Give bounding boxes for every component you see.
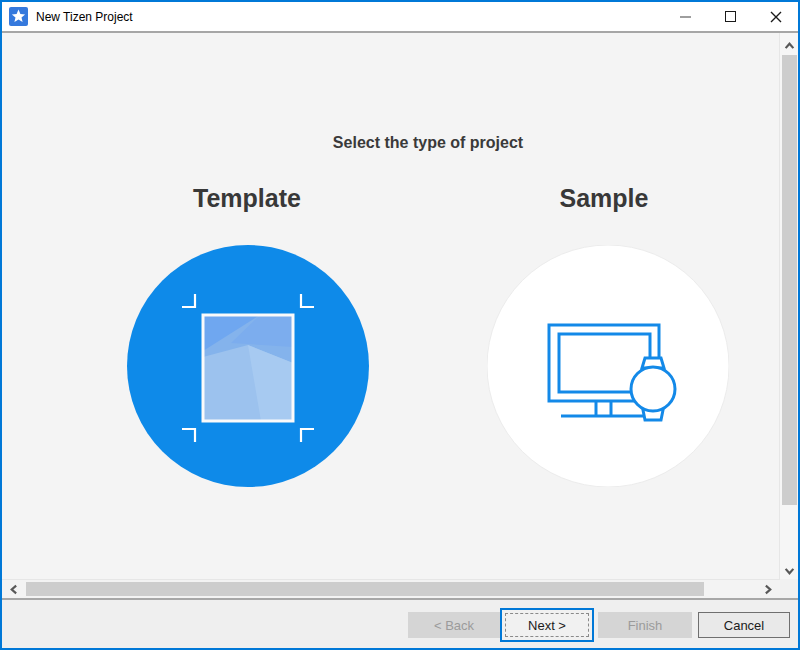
back-button[interactable]: < Back — [408, 612, 500, 638]
minimize-button[interactable] — [663, 2, 708, 31]
scrollbar-corner — [780, 579, 798, 598]
wizard-heading: Select the type of project — [333, 134, 523, 152]
maximize-icon — [725, 11, 736, 22]
next-button[interactable]: Next > — [502, 610, 592, 640]
sample-label: Sample — [560, 184, 649, 213]
monitor-and-watch-icon — [487, 245, 729, 487]
scroll-up-icon[interactable] — [784, 41, 795, 52]
next-button-focus-ring: Next > — [500, 608, 594, 642]
minimize-icon — [680, 16, 691, 18]
close-icon — [769, 10, 783, 24]
wizard-page: Select the type of project Template Samp… — [2, 33, 798, 579]
template-label: Template — [193, 184, 301, 213]
tizen-logo-icon — [9, 7, 28, 26]
finish-button[interactable]: Finish — [598, 612, 692, 638]
vertical-scrollbar-thumb[interactable] — [782, 55, 797, 505]
sample-option[interactable] — [487, 245, 729, 487]
cancel-button[interactable]: Cancel — [698, 612, 790, 638]
scroll-down-icon[interactable] — [784, 565, 795, 576]
horizontal-scrollbar[interactable] — [2, 579, 780, 598]
horizontal-scrollbar-thumb[interactable] — [26, 582, 704, 596]
titlebar[interactable]: New Tizen Project — [2, 2, 798, 33]
scroll-right-icon[interactable] — [762, 584, 773, 595]
vertical-scrollbar[interactable] — [779, 33, 798, 579]
template-option[interactable] — [127, 245, 369, 487]
template-blueprint-icon — [127, 245, 369, 487]
new-tizen-project-window: New Tizen Project Select the type of pro… — [0, 0, 800, 650]
maximize-button[interactable] — [708, 2, 753, 31]
window-title: New Tizen Project — [36, 10, 133, 24]
wizard-button-bar: < Back Next > Finish Cancel — [2, 598, 798, 648]
window-controls — [663, 2, 798, 31]
scroll-left-icon[interactable] — [9, 584, 20, 595]
close-button[interactable] — [753, 2, 798, 31]
